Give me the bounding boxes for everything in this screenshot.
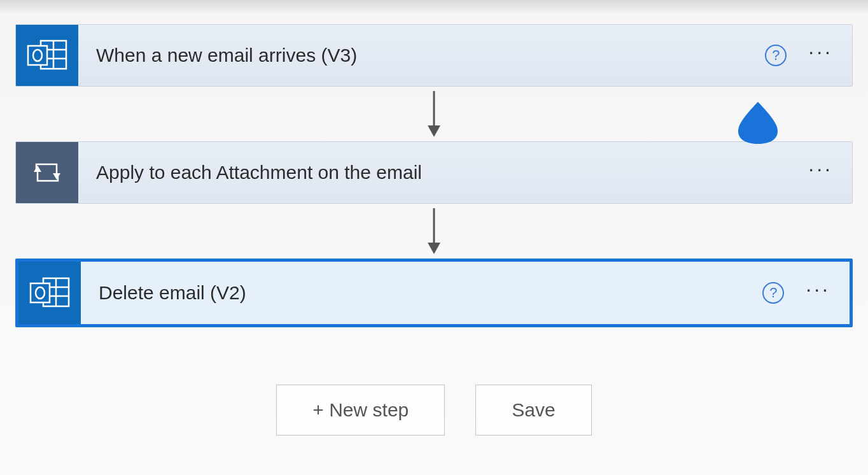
more-icon[interactable]: ··· bbox=[808, 164, 833, 181]
flow-step-apply-each[interactable]: Apply to each Attachment on the email ··… bbox=[15, 141, 853, 204]
drop-indicator-icon[interactable] bbox=[736, 99, 780, 145]
svg-rect-4 bbox=[28, 46, 47, 65]
svg-marker-8 bbox=[53, 173, 60, 180]
save-button[interactable]: Save bbox=[475, 385, 591, 436]
loop-icon bbox=[16, 142, 78, 203]
step-actions: ··· bbox=[808, 142, 852, 203]
step-body: Apply to each Attachment on the email bbox=[78, 142, 808, 203]
flow-step-delete-email[interactable]: Delete email (V2) ? ··· bbox=[15, 259, 853, 327]
step-actions: ? ··· bbox=[765, 25, 852, 86]
outlook-icon bbox=[18, 262, 81, 324]
new-step-button[interactable]: + New step bbox=[276, 385, 445, 436]
action-buttons: + New step Save bbox=[276, 385, 591, 436]
flow-arrow bbox=[15, 87, 853, 141]
help-icon[interactable]: ? bbox=[765, 45, 787, 66]
svg-marker-7 bbox=[428, 125, 440, 137]
svg-rect-16 bbox=[31, 283, 50, 302]
step-body: Delete email (V2) bbox=[81, 262, 762, 324]
step-title: When a new email arrives (V3) bbox=[96, 45, 357, 66]
help-icon[interactable]: ? bbox=[762, 282, 784, 304]
svg-marker-9 bbox=[34, 166, 41, 172]
outlook-icon bbox=[16, 25, 78, 86]
step-actions: ? ··· bbox=[762, 262, 850, 324]
flow-arrow bbox=[15, 204, 853, 259]
flow-canvas: When a new email arrives (V3) ? ··· bbox=[0, 0, 868, 436]
flow-step-trigger[interactable]: When a new email arrives (V3) ? ··· bbox=[15, 24, 853, 87]
step-title: Delete email (V2) bbox=[99, 282, 246, 304]
more-icon[interactable]: ··· bbox=[808, 46, 833, 64]
step-body: When a new email arrives (V3) bbox=[78, 25, 765, 86]
more-icon[interactable]: ··· bbox=[806, 284, 830, 302]
step-title: Apply to each Attachment on the email bbox=[96, 162, 422, 183]
svg-marker-11 bbox=[428, 243, 440, 254]
